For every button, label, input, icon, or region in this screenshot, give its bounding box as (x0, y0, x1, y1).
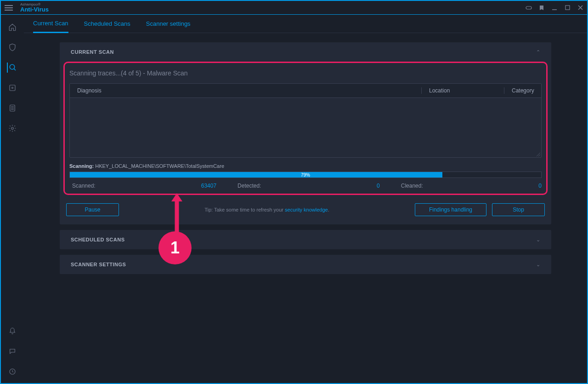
scanned-label: Scanned: (72, 183, 96, 189)
tab-scanner-settings[interactable]: Scanner settings (146, 15, 191, 33)
svg-point-8 (12, 87, 13, 89)
resize-handle-icon[interactable] (536, 152, 540, 156)
tab-scheduled-scans[interactable]: Scheduled Scans (84, 15, 130, 33)
progress-bar: 79% (69, 172, 542, 178)
clock-icon[interactable] (7, 367, 17, 377)
sidebar (1, 15, 24, 383)
panel-scanner-settings: SCANNER SETTINGS ⌄ (60, 255, 551, 274)
gear-icon[interactable] (7, 123, 17, 133)
table-body (70, 97, 541, 157)
scan-stats: Scanned: 63407 Detected: 0 Cleaned: (69, 183, 542, 189)
svg-point-5 (10, 64, 15, 69)
menu-icon[interactable] (5, 2, 16, 13)
svg-line-15 (537, 153, 540, 156)
svg-point-13 (11, 127, 14, 130)
svg-rect-7 (10, 85, 15, 91)
scanned-value: 63407 (201, 183, 216, 189)
tab-current-scan[interactable]: Current Scan (33, 15, 68, 33)
panel-scheduled-scans: SCHEDULED SCANS ⌄ (60, 230, 551, 249)
minimize-icon[interactable] (551, 5, 558, 11)
panel-current-scan: CURRENT SCAN ⌃ Scanning traces...(4 of 5… (60, 42, 551, 224)
panel-header-settings[interactable]: SCANNER SETTINGS ⌄ (60, 255, 551, 274)
findings-button[interactable]: Findings handling (415, 203, 486, 216)
scan-path: Scanning: HKEY_LOCAL_MACHINE\SOFTWARE\To… (69, 163, 542, 169)
scan-path-value: HKEY_LOCAL_MACHINE\SOFTWARE\TotalSystemC… (95, 163, 224, 169)
svg-rect-2 (565, 6, 570, 10)
chevron-down-icon: ⌄ (536, 237, 540, 243)
chat-icon[interactable] (7, 346, 17, 356)
scan-status: Scanning traces...(4 of 5) - Malware Sca… (69, 69, 542, 77)
panel-title: CURRENT SCAN (71, 49, 114, 55)
scan-highlight-box: Scanning traces...(4 of 5) - Malware Sca… (63, 62, 548, 195)
brand-main: Anti-Virus (20, 6, 49, 12)
list-icon[interactable] (7, 103, 17, 113)
maximize-icon[interactable] (564, 5, 571, 11)
panel-title: SCHEDULED SCANS (71, 237, 125, 242)
chevron-down-icon: ⌄ (536, 262, 540, 268)
pause-button[interactable]: Pause (66, 203, 119, 216)
tip-link[interactable]: security knowledge (285, 207, 328, 212)
gamepad-icon[interactable] (526, 5, 532, 11)
tip-text: Tip: Take some time to refresh your secu… (124, 207, 409, 212)
svg-rect-0 (526, 6, 531, 9)
cleaned-label: Cleaned: (401, 183, 423, 189)
home-icon[interactable] (7, 22, 17, 32)
bell-icon[interactable] (7, 326, 17, 336)
detected-value: 0 (377, 183, 380, 189)
close-icon[interactable] (577, 5, 583, 11)
tabs: Current Scan Scheduled Scans Scanner set… (24, 15, 587, 33)
detected-label: Detected: (237, 183, 261, 189)
note-icon[interactable] (538, 5, 545, 11)
scan-path-label: Scanning: (69, 163, 94, 169)
progress-text: 79% (70, 172, 541, 178)
stop-button[interactable]: Stop (492, 203, 545, 216)
chevron-up-icon: ⌃ (536, 49, 540, 55)
shield-icon[interactable] (7, 42, 17, 52)
col-category[interactable]: Category (504, 87, 541, 94)
panel-header-scheduled[interactable]: SCHEDULED SCANS ⌄ (60, 230, 551, 249)
titlebar: Ashampoo® Anti-Virus (1, 1, 587, 15)
col-location[interactable]: Location (422, 87, 504, 94)
search-icon[interactable] (7, 63, 17, 73)
cleaned-value: 0 (538, 183, 542, 189)
panel-title: SCANNER SETTINGS (71, 262, 126, 267)
box-icon[interactable] (7, 83, 17, 93)
panel-header-current[interactable]: CURRENT SCAN ⌃ (60, 42, 551, 62)
brand: Ashampoo® Anti-Virus (20, 3, 49, 12)
svg-line-16 (538, 155, 540, 156)
col-diagnosis[interactable]: Diagnosis (70, 87, 422, 94)
results-table: Diagnosis Location Category (69, 83, 542, 158)
svg-line-6 (14, 69, 16, 70)
